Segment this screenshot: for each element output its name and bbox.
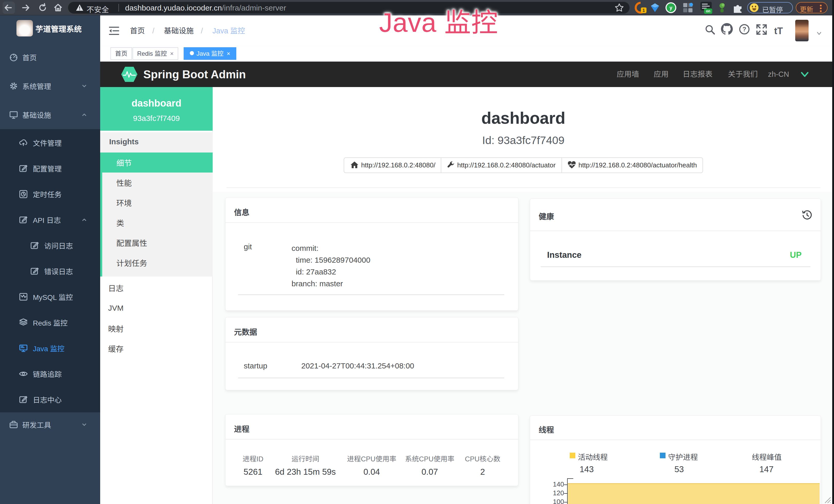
svg-text:?: ?: [743, 26, 746, 32]
svg-text:on: on: [706, 9, 710, 13]
svg-text:1: 1: [642, 8, 645, 13]
svg-text:y: y: [670, 5, 673, 10]
